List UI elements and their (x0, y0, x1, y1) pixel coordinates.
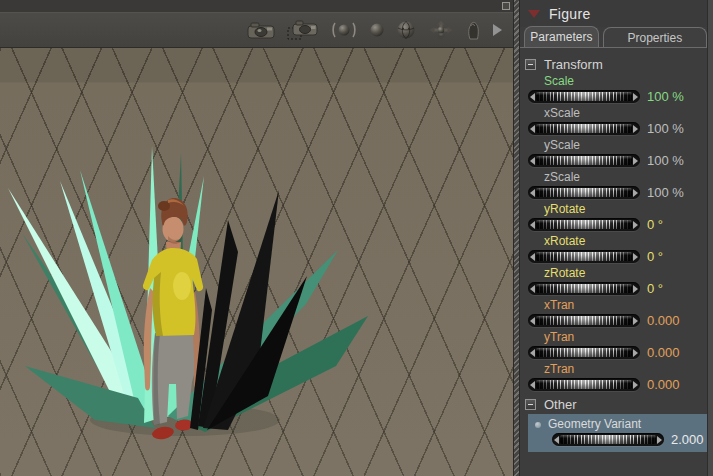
param-row-zscale: zScale 100 % (520, 170, 713, 202)
face-camera-sphere-icon[interactable] (396, 17, 416, 43)
param-row-ytran: yTran 0.000 (520, 330, 713, 362)
param-row-ztran: zTran 0.000 (520, 362, 713, 394)
parameter-value[interactable]: 100 % (647, 121, 684, 136)
parameter-value[interactable]: 0 ° (647, 281, 663, 296)
parameter-dial[interactable] (528, 282, 640, 295)
parameter-dial[interactable] (552, 433, 664, 446)
parameter-dial[interactable] (528, 314, 640, 327)
viewport-top-strip (0, 0, 513, 13)
parameter-dial[interactable] (528, 378, 640, 391)
parameter-value[interactable]: 0 ° (647, 217, 663, 232)
tab-parameters[interactable]: Parameters (524, 26, 599, 47)
hand-icon[interactable] (466, 17, 482, 43)
param-row-scale: Scale 100 % (520, 74, 713, 106)
param-row-geometry-variant[interactable]: Geometry Variant 2.000 (528, 414, 713, 452)
figure-parameters-panel: Figure Parameters Properties Transform S… (520, 0, 713, 476)
parameter-dial[interactable] (528, 186, 640, 199)
parameter-value[interactable]: 0.000 (647, 313, 680, 328)
parameter-value[interactable]: 100 % (647, 185, 684, 200)
parameter-value[interactable]: 100 % (647, 89, 684, 104)
flyaround-camera-icon[interactable] (246, 17, 276, 43)
camera-controls-toolbar (0, 13, 513, 48)
parameter-value[interactable]: 100 % (647, 153, 684, 168)
parameter-dial[interactable] (528, 122, 640, 135)
panel-header: Figure (520, 0, 713, 27)
collapse-minus-icon[interactable] (525, 59, 536, 70)
param-row-zrotate: zRotate 0 ° (520, 266, 713, 298)
panel-resize-handle[interactable] (513, 0, 520, 476)
panel-body: Transform Scale 100 % xScale 100 % yScal… (520, 48, 713, 452)
animation-bullet-icon[interactable] (535, 422, 541, 428)
parameter-value[interactable]: 0.000 (647, 377, 680, 392)
viewport-3d[interactable] (0, 0, 513, 476)
scene-content (0, 48, 513, 476)
parameter-dial[interactable] (528, 154, 640, 167)
panel-tabbar: Parameters Properties (520, 27, 713, 48)
application-window: Figure Parameters Properties Transform S… (0, 0, 713, 476)
parameter-dial[interactable] (528, 90, 640, 103)
parameter-dial[interactable] (528, 250, 640, 263)
parameter-dial[interactable] (528, 218, 640, 231)
param-row-xtran: xTran 0.000 (520, 298, 713, 330)
panel-title: Figure (549, 6, 590, 22)
param-row-yrotate: yRotate 0 ° (520, 202, 713, 234)
parameter-value[interactable]: 0.000 (647, 345, 680, 360)
select-camera-icon[interactable] (287, 17, 319, 43)
section-header-other: Other (520, 394, 713, 414)
panel-right-edge (707, 0, 713, 476)
tab-properties[interactable]: Properties (603, 27, 707, 47)
param-row-xscale: xScale 100 % (520, 106, 713, 138)
scene-ground-grid[interactable] (0, 48, 513, 476)
collapse-triangle-icon[interactable] (528, 10, 540, 18)
section-header-transform: Transform (520, 54, 713, 74)
param-row-xrotate: xRotate 0 ° (520, 234, 713, 266)
collapse-minus-icon[interactable] (525, 399, 536, 410)
parameter-dial[interactable] (528, 346, 640, 359)
parameter-value[interactable]: 0 ° (647, 249, 663, 264)
rotate-sphere-icon[interactable] (369, 17, 385, 43)
move-cross-icon[interactable] (427, 17, 455, 43)
expand-arrow-icon[interactable] (493, 17, 502, 43)
param-row-yscale: yScale 100 % (520, 138, 713, 170)
parameter-value[interactable]: 2.000 (671, 432, 704, 447)
detach-window-icon[interactable] (502, 2, 510, 10)
trackball-icon[interactable] (330, 17, 358, 43)
